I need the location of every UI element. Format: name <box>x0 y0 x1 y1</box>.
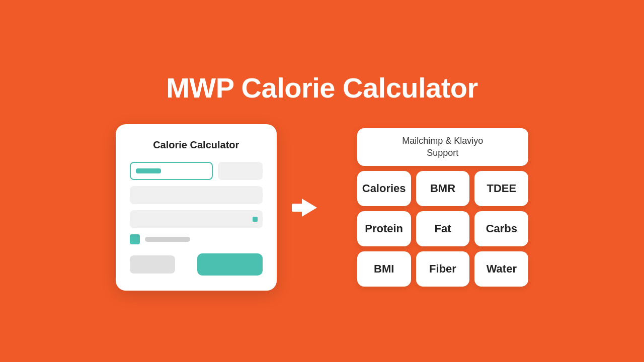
result-cell-calories: Calories <box>357 171 411 206</box>
results-grid: Calories BMR TDEE Protein Fat Carbs BMI … <box>357 171 528 287</box>
reset-button[interactable] <box>130 255 175 274</box>
checkbox-label <box>145 237 190 242</box>
button-row <box>130 253 263 276</box>
result-cell-bmr: BMR <box>416 171 470 206</box>
input-dot <box>253 217 258 222</box>
calculator-title: Calorie Calculator <box>130 139 263 151</box>
arrow <box>302 199 332 217</box>
main-content: Calorie Calculator <box>116 124 528 291</box>
page-title: MWP Calorie Calculator <box>166 71 478 104</box>
age-input[interactable] <box>218 162 262 180</box>
result-cell-fat: Fat <box>416 211 470 246</box>
results-header: Mailchimp & KlaviyoSupport <box>357 128 528 166</box>
height-input[interactable] <box>130 186 263 204</box>
checkbox-row <box>130 234 263 244</box>
calc-row-1 <box>130 162 263 180</box>
name-input[interactable] <box>130 162 213 180</box>
weight-input[interactable] <box>130 210 263 228</box>
result-cell-fiber: Fiber <box>416 251 470 287</box>
result-cell-tdee: TDEE <box>474 171 528 206</box>
checkbox-icon[interactable] <box>130 234 140 244</box>
calculator-card: Calorie Calculator <box>116 124 277 291</box>
result-cell-bmi: BMI <box>357 251 411 287</box>
results-section: Mailchimp & KlaviyoSupport Calories BMR … <box>357 128 528 287</box>
input-fill <box>136 168 161 173</box>
result-cell-carbs: Carbs <box>474 211 528 246</box>
result-cell-water: Water <box>474 251 528 287</box>
result-cell-protein: Protein <box>357 211 411 246</box>
arrow-shape <box>302 199 332 217</box>
calculate-button[interactable] <box>197 253 263 276</box>
